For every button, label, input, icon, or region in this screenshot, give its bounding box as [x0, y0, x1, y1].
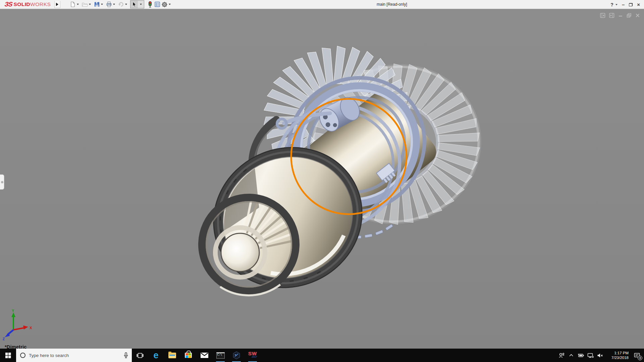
close-button[interactable]: ×	[637, 2, 640, 7]
file-properties-icon	[154, 1, 160, 7]
brand-text-solid: SOLID	[14, 1, 30, 7]
save-dropdown-caret[interactable]	[101, 4, 103, 5]
task-view-button[interactable]	[132, 349, 148, 362]
window-controls: ? – ×	[610, 0, 640, 9]
reference-triad: Y X Z	[2, 308, 39, 341]
traffic-light-icon	[147, 1, 153, 8]
taskbar-app-hexagon[interactable]	[228, 349, 245, 362]
cortana-icon	[20, 353, 25, 358]
doc-minimize-icon[interactable]	[618, 13, 623, 18]
open-dropdown-caret[interactable]	[89, 4, 91, 5]
taskbar-app-edge[interactable]: e	[148, 349, 164, 362]
select-tool-button[interactable]	[130, 1, 138, 8]
quick-access-toolbar	[69, 0, 173, 9]
undo-icon	[118, 1, 124, 7]
nose-hub	[221, 233, 259, 272]
command-prompt-icon: C:\	[216, 352, 225, 359]
battery-charging-icon	[577, 353, 584, 358]
menu-flyout-arrow-button[interactable]	[54, 1, 60, 8]
taskbar-app-file-explorer[interactable]	[164, 349, 180, 362]
battery-button[interactable]	[576, 349, 586, 362]
solidworks-window: ЗS SOLIDWORKS	[0, 0, 644, 362]
chevron-up-icon	[569, 353, 574, 357]
clock-date: 7/23/2018	[611, 355, 629, 360]
rebuild-button[interactable]	[146, 1, 154, 8]
solidworks-logo-glyph: ЗS	[4, 1, 13, 8]
titlebar: ЗS SOLIDWORKS	[0, 0, 644, 9]
options-dropdown-caret[interactable]	[169, 4, 171, 5]
help-dropdown-caret[interactable]	[615, 4, 618, 5]
microsoft-store-icon	[185, 353, 192, 358]
system-tray: 1:17 PM 7/23/2018 3	[556, 349, 644, 362]
mail-icon	[201, 353, 208, 358]
action-center-button[interactable]: 3	[630, 349, 644, 362]
select-tool-group	[130, 0, 144, 8]
taskbar-app-microsoft-store[interactable]	[180, 349, 196, 362]
doc-restore-icon[interactable]	[627, 13, 632, 18]
microphone-icon[interactable]	[123, 352, 128, 358]
people-icon	[558, 353, 565, 358]
engine-model[interactable]	[0, 9, 644, 349]
print-dropdown-caret[interactable]	[113, 4, 115, 5]
print-button[interactable]	[105, 1, 113, 8]
taskbar-app-solidworks[interactable]: SW 2017	[245, 349, 261, 362]
new-document-button[interactable]	[69, 1, 76, 8]
clock-time: 1:17 PM	[614, 351, 629, 355]
view-orientation-label: *Dimetric	[5, 344, 26, 349]
panel-collapse-tab[interactable]	[0, 174, 4, 190]
undo-button[interactable]	[117, 1, 125, 8]
show-right-pane-icon[interactable]	[609, 13, 614, 18]
volume-muted-icon	[597, 353, 603, 358]
network-button[interactable]	[586, 349, 595, 362]
triad-z-label: Z	[3, 337, 5, 341]
taskbar: Type here to search e C:\ SW 2017	[0, 349, 644, 362]
flyout-triangle-icon	[56, 3, 58, 6]
save-icon	[94, 1, 100, 7]
new-dropdown-caret[interactable]	[77, 4, 79, 5]
task-view-icon	[137, 353, 144, 358]
brand-text-works: WORKS	[30, 1, 51, 7]
people-button[interactable]	[556, 349, 566, 362]
network-icon	[587, 353, 594, 358]
show-hidden-icons-button[interactable]	[566, 349, 576, 362]
solidworks-2017-icon: SW 2017	[248, 352, 257, 359]
notification-badge: 3	[638, 356, 642, 360]
triad-x-label: X	[30, 326, 32, 330]
doc-close-icon[interactable]	[635, 13, 640, 18]
save-button[interactable]	[93, 1, 101, 8]
print-icon	[106, 1, 112, 7]
document-window-controls	[600, 13, 640, 18]
volume-button[interactable]	[595, 349, 605, 362]
restore-button[interactable]	[629, 3, 633, 6]
search-placeholder: Type here to search	[29, 353, 120, 358]
gear-icon	[161, 1, 168, 8]
panel-tab-dot-icon	[1, 181, 3, 183]
edge-icon: e	[153, 351, 158, 360]
taskbar-app-command-prompt[interactable]: C:\	[212, 349, 228, 362]
solidworks-logo: ЗS SOLIDWORKS	[0, 0, 54, 9]
document-title: main [Read-only]	[377, 0, 407, 9]
taskbar-app-mail[interactable]	[196, 349, 212, 362]
taskbar-search-input[interactable]: Type here to search	[16, 349, 132, 362]
taskbar-clock[interactable]: 1:17 PM 7/23/2018	[605, 349, 630, 362]
triad-y-label: Y	[12, 309, 14, 313]
windows-logo-icon	[5, 353, 11, 358]
file-explorer-icon	[168, 353, 176, 358]
minimize-button[interactable]: –	[622, 3, 625, 6]
hexagon-app-icon	[232, 351, 240, 359]
help-button[interactable]: ?	[610, 2, 613, 7]
open-folder-icon	[82, 1, 88, 7]
graphics-area[interactable]: Y X Z *Dimetric	[0, 9, 644, 349]
open-button[interactable]	[81, 1, 89, 8]
options-button[interactable]	[161, 1, 168, 8]
undo-dropdown-caret[interactable]	[125, 4, 127, 5]
new-document-icon	[70, 1, 76, 7]
start-button[interactable]	[0, 349, 16, 362]
show-left-pane-icon[interactable]	[600, 13, 605, 18]
cursor-arrow-icon	[131, 1, 137, 7]
file-properties-button[interactable]	[154, 1, 161, 8]
select-dropdown-caret[interactable]	[140, 4, 142, 5]
